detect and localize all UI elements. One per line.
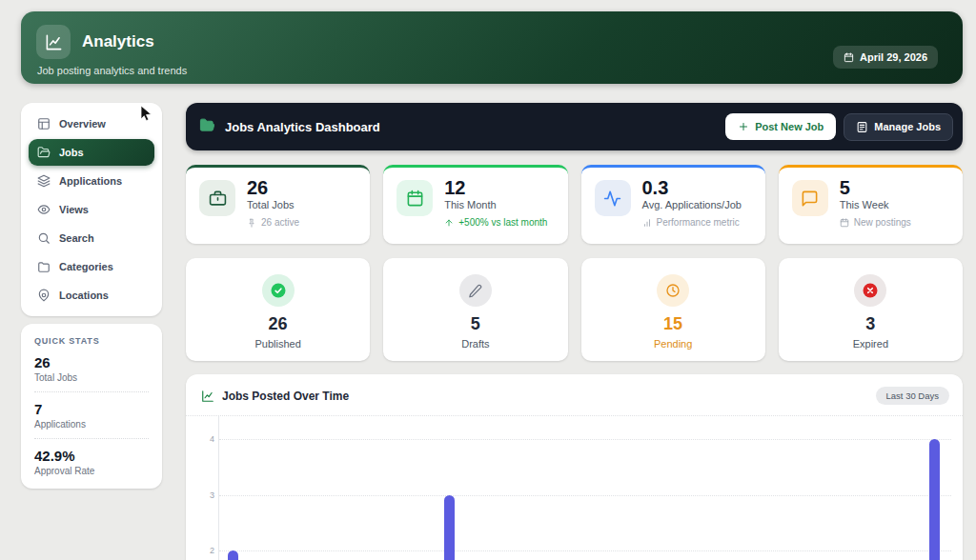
sidebar-item-label: Categories <box>59 261 113 272</box>
message-square-icon <box>792 180 828 216</box>
stat-label: Avg. Applications/Job <box>642 199 742 210</box>
chart-plot: 432 <box>218 416 951 560</box>
stat-cards-row: 26 Total Jobs 26 active 12 This Month +5… <box>186 165 963 244</box>
chart-title: Jobs Posted Over Time <box>222 390 349 403</box>
post-new-job-button[interactable]: Post New Job <box>725 113 836 140</box>
stat-label: Total Jobs <box>247 199 299 210</box>
sidebar-item-label: Applications <box>59 175 122 187</box>
clock-icon <box>657 274 689 307</box>
stat-value: 26 <box>247 178 299 198</box>
status-label: Expired <box>853 338 888 350</box>
sidebar-item-applications[interactable]: Applications <box>29 168 154 194</box>
line-chart-icon <box>201 390 214 403</box>
folder-open-icon <box>37 146 51 159</box>
status-value: 3 <box>865 315 875 332</box>
briefcase-icon <box>199 180 235 216</box>
chart-gridline <box>219 495 951 496</box>
status-label: Pending <box>654 338 692 350</box>
status-label: Published <box>254 338 300 350</box>
date-button[interactable]: April 29, 2026 <box>833 46 938 69</box>
status-card: 26 Published <box>186 258 370 361</box>
sidebar-item-label: Locations <box>59 290 109 301</box>
sidebar-item-label: Overview <box>59 118 106 130</box>
stat-label: This Month <box>444 199 547 210</box>
map-pin-icon <box>37 289 51 302</box>
sidebar-item-categories[interactable]: Categories <box>29 253 154 280</box>
page-title: Analytics <box>82 32 154 51</box>
stat-footer-text: Performance metric <box>657 217 740 228</box>
status-value: 26 <box>269 315 288 332</box>
stat-value: 12 <box>444 178 547 198</box>
quick-stat-label: Applications <box>34 419 149 430</box>
arrow-up-icon <box>444 218 454 228</box>
list-icon <box>856 121 868 133</box>
page-subtitle: Job posting analytics and trends <box>21 59 963 76</box>
date-label: April 29, 2026 <box>860 51 927 63</box>
sidebar-item-search[interactable]: Search <box>29 225 154 251</box>
chart-gridline <box>219 550 951 551</box>
chart-bar <box>444 495 455 560</box>
status-cards-row: 26 Published 5 Drafts 15 Pending 3 Expir… <box>186 258 963 361</box>
quick-stat-value: 42.9% <box>34 448 149 465</box>
quick-stat-label: Approval Rate <box>34 466 149 476</box>
quick-stat-value: 7 <box>34 401 149 418</box>
post-new-job-label: Post New Job <box>755 121 824 132</box>
eye-icon <box>37 203 51 216</box>
bar-chart-icon <box>642 218 652 228</box>
stat-footer-text: 26 active <box>261 217 299 228</box>
sidebar-item-label: Jobs <box>59 147 84 158</box>
quick-stat-label: Total Jobs <box>34 372 149 383</box>
divider <box>34 391 149 392</box>
range-badge: Last 30 Days <box>876 387 949 405</box>
dashboard-title: Jobs Analytics Dashboard <box>225 120 380 134</box>
sidebar-item-locations[interactable]: Locations <box>29 282 154 309</box>
x-circle-icon <box>854 274 886 307</box>
dashboard-header-bar: Jobs Analytics Dashboard Post New Job Ma… <box>186 103 963 150</box>
y-axis-tick-label: 3 <box>198 490 214 499</box>
stat-card: 5 This Week New postings <box>779 165 963 244</box>
quick-stats-title: QUICK STATS <box>34 336 149 346</box>
status-card: 3 Expired <box>779 258 963 361</box>
stat-card: 12 This Month +500% vs last month <box>383 165 567 244</box>
sidebar-item-overview[interactable]: Overview <box>29 110 154 137</box>
plus-icon <box>738 121 749 132</box>
pin-icon <box>247 218 256 228</box>
divider <box>34 438 149 439</box>
folder-open-icon <box>199 117 215 136</box>
stat-card: 26 Total Jobs 26 active <box>186 165 370 244</box>
status-card: 15 Pending <box>581 258 765 361</box>
manage-jobs-button[interactable]: Manage Jobs <box>844 113 953 141</box>
quick-stats-card: QUICK STATS 26 Total Jobs 7 Applications… <box>21 324 162 489</box>
calendar-icon <box>840 218 849 228</box>
overview-icon <box>37 117 51 130</box>
y-axis-tick-label: 2 <box>198 546 214 555</box>
sidebar-item-label: Views <box>59 204 89 215</box>
status-label: Drafts <box>461 338 489 350</box>
main-content: Jobs Analytics Dashboard Post New Job Ma… <box>186 103 963 560</box>
stat-card: 0.3 Avg. Applications/Job Performance me… <box>581 165 765 244</box>
sidebar-item-views[interactable]: Views <box>29 196 154 223</box>
analytics-header: Analytics Job posting analytics and tren… <box>21 11 963 84</box>
manage-jobs-label: Manage Jobs <box>874 121 941 132</box>
sidebar-item-label: Search <box>59 232 94 244</box>
jobs-chart-card: Jobs Posted Over Time Last 30 Days 432 <box>186 374 963 560</box>
chart-gridline <box>219 439 951 440</box>
sidebar-item-jobs[interactable]: Jobs <box>29 139 154 166</box>
y-axis-tick-label: 4 <box>198 434 214 444</box>
calendar-icon <box>844 52 854 63</box>
status-value: 15 <box>663 315 682 332</box>
stat-footer-text: New postings <box>854 217 911 228</box>
quick-stat-value: 26 <box>34 354 149 371</box>
chart-bar <box>228 550 238 560</box>
sidebar-nav: Overview Jobs Applications Views Search … <box>21 103 162 316</box>
search-icon <box>37 231 51 245</box>
status-card: 5 Drafts <box>383 258 567 361</box>
check-circle-icon <box>262 274 295 307</box>
activity-icon <box>595 180 631 216</box>
chart-bar <box>929 439 940 560</box>
pencil-icon <box>459 274 492 307</box>
stat-label: This Week <box>840 199 911 210</box>
stat-footer-text: +500% vs last month <box>458 217 547 228</box>
stat-value: 0.3 <box>642 178 742 198</box>
stat-value: 5 <box>840 178 911 198</box>
